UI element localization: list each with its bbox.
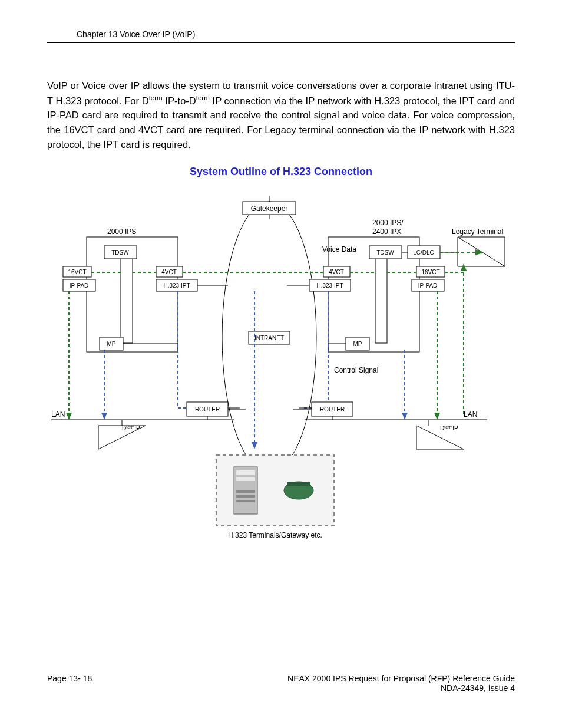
gateway-caption: H.323 Terminals/Gateway etc. bbox=[228, 531, 322, 539]
lan-right-label: LAN bbox=[464, 410, 477, 419]
svg-rect-49 bbox=[287, 482, 310, 486]
svg-marker-28 bbox=[252, 442, 257, 449]
svg-marker-26 bbox=[434, 413, 440, 420]
sup-term-1: term bbox=[149, 94, 163, 101]
lcdlc-label: LC/DLC bbox=[413, 249, 434, 256]
ips-right-label-2: 2400 IPX bbox=[372, 228, 401, 236]
vct4-left-label: 4VCT bbox=[161, 269, 177, 275]
vct16-left-label: 16VCT bbox=[68, 269, 86, 275]
router-left-label: ROUTER bbox=[195, 406, 220, 413]
vct16-right-label: 16VCT bbox=[421, 269, 439, 275]
phone-icon bbox=[284, 482, 313, 499]
page-footer: Page 13- 18 NEAX 2000 IPS Request for Pr… bbox=[47, 674, 515, 693]
footer-page-number: Page 13- 18 bbox=[47, 674, 92, 693]
vct4-right-label: 4VCT bbox=[329, 269, 344, 275]
svg-rect-44 bbox=[236, 477, 255, 481]
svg-marker-25 bbox=[66, 413, 72, 420]
svg-rect-46 bbox=[236, 495, 255, 498]
mp-right-label: MP bbox=[353, 341, 362, 347]
voicedata-label: Voice Data bbox=[322, 245, 356, 253]
svg-rect-45 bbox=[236, 490, 255, 493]
svg-rect-2 bbox=[121, 249, 133, 343]
tdsw-left-label: TDSW bbox=[111, 249, 129, 256]
header-rule bbox=[47, 42, 515, 43]
diagram-container: System Outline of H.323 Connection INTRA… bbox=[47, 166, 515, 561]
controlsignal-label: Control Signal bbox=[334, 366, 378, 374]
svg-marker-30 bbox=[402, 413, 408, 420]
dtermip-right-label: DtermIP bbox=[440, 425, 458, 432]
system-diagram: INTRANET Gatekeeper 2000 IPS TDSW 16VCT … bbox=[51, 184, 511, 561]
svg-marker-29 bbox=[101, 413, 107, 420]
ips-right-label-1: 2000 IPS/ bbox=[372, 219, 404, 227]
body-paragraph: VoIP or Voice over IP allows the system … bbox=[47, 78, 515, 151]
svg-rect-47 bbox=[236, 500, 255, 502]
lan-left-label: LAN bbox=[51, 410, 65, 419]
legacy-label: Legacy Terminal bbox=[452, 228, 503, 236]
footer-doc-issue: NDA-24349, Issue 4 bbox=[287, 683, 515, 693]
intranet-label: INTRANET bbox=[254, 335, 284, 341]
ipt-right-label: H.323 IPT bbox=[316, 282, 343, 289]
svg-rect-43 bbox=[236, 470, 255, 475]
tdsw-right-label: TDSW bbox=[376, 249, 394, 256]
diagram-title: System Outline of H.323 Connection bbox=[47, 166, 515, 178]
mp-left-label: MP bbox=[107, 341, 116, 347]
ippad-right-label: IP-PAD bbox=[418, 282, 438, 289]
router-right-label: ROUTER bbox=[320, 406, 345, 413]
sup-term-2: term bbox=[196, 94, 210, 101]
gatekeeper-label: Gatekeeper bbox=[251, 205, 288, 213]
body-text-2: IP-to-D bbox=[163, 95, 196, 106]
svg-rect-11 bbox=[375, 249, 387, 343]
ipt-left-label: H.323 IPT bbox=[163, 282, 190, 289]
chapter-header: Chapter 13 Voice Over IP (VoIP) bbox=[47, 29, 515, 39]
ips-left-label: 2000 IPS bbox=[107, 228, 136, 236]
footer-doc-title: NEAX 2000 IPS Request for Proposal (RFP)… bbox=[287, 674, 515, 683]
ippad-left-label: IP-PAD bbox=[70, 282, 89, 289]
